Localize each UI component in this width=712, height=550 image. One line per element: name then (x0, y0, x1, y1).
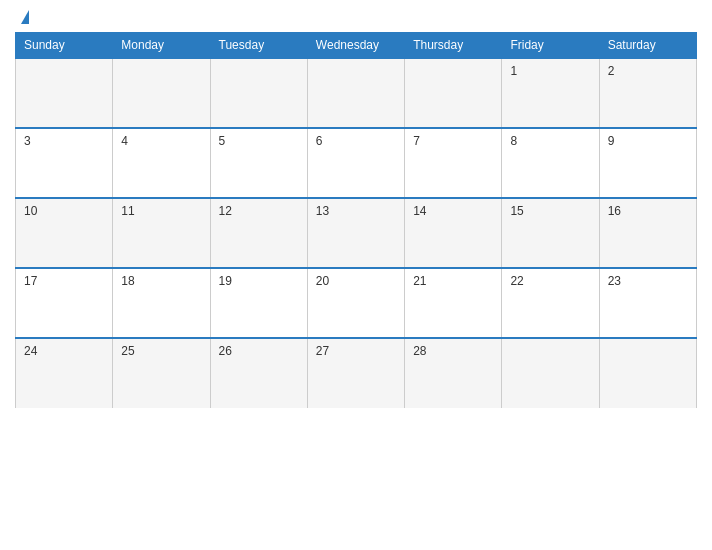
calendar-day-cell: 20 (307, 268, 404, 338)
day-number: 16 (608, 204, 621, 218)
day-number: 12 (219, 204, 232, 218)
calendar-week-row: 2425262728 (16, 338, 697, 408)
day-number: 24 (24, 344, 37, 358)
calendar-day-cell (210, 58, 307, 128)
day-number: 18 (121, 274, 134, 288)
calendar-day-cell: 4 (113, 128, 210, 198)
calendar-day-cell: 10 (16, 198, 113, 268)
calendar-day-cell: 5 (210, 128, 307, 198)
calendar-day-cell (502, 338, 599, 408)
day-number: 26 (219, 344, 232, 358)
logo-triangle-icon (21, 10, 29, 24)
calendar-day-cell: 13 (307, 198, 404, 268)
day-number: 20 (316, 274, 329, 288)
day-number: 14 (413, 204, 426, 218)
calendar-day-cell (405, 58, 502, 128)
weekday-header-friday: Friday (502, 33, 599, 59)
calendar-day-cell: 24 (16, 338, 113, 408)
calendar-week-row: 12 (16, 58, 697, 128)
calendar-day-cell: 8 (502, 128, 599, 198)
day-number: 13 (316, 204, 329, 218)
day-number: 1 (510, 64, 517, 78)
calendar-day-cell: 19 (210, 268, 307, 338)
calendar-week-row: 17181920212223 (16, 268, 697, 338)
day-number: 28 (413, 344, 426, 358)
calendar-day-cell: 27 (307, 338, 404, 408)
day-number: 7 (413, 134, 420, 148)
day-number: 15 (510, 204, 523, 218)
calendar-header (15, 10, 697, 24)
day-number: 19 (219, 274, 232, 288)
calendar-day-cell: 23 (599, 268, 696, 338)
day-number: 9 (608, 134, 615, 148)
weekday-header-sunday: Sunday (16, 33, 113, 59)
calendar-day-cell: 22 (502, 268, 599, 338)
weekday-header-wednesday: Wednesday (307, 33, 404, 59)
calendar-container: SundayMondayTuesdayWednesdayThursdayFrid… (0, 0, 712, 550)
day-number: 17 (24, 274, 37, 288)
weekday-header-monday: Monday (113, 33, 210, 59)
calendar-day-cell: 25 (113, 338, 210, 408)
calendar-day-cell: 1 (502, 58, 599, 128)
day-number: 10 (24, 204, 37, 218)
calendar-day-cell (599, 338, 696, 408)
calendar-day-cell: 21 (405, 268, 502, 338)
calendar-day-cell: 12 (210, 198, 307, 268)
calendar-week-row: 10111213141516 (16, 198, 697, 268)
day-number: 25 (121, 344, 134, 358)
calendar-day-cell: 18 (113, 268, 210, 338)
weekday-header-tuesday: Tuesday (210, 33, 307, 59)
calendar-day-cell: 3 (16, 128, 113, 198)
calendar-day-cell (16, 58, 113, 128)
calendar-day-cell: 26 (210, 338, 307, 408)
logo (20, 10, 29, 24)
day-number: 6 (316, 134, 323, 148)
day-number: 2 (608, 64, 615, 78)
calendar-day-cell: 11 (113, 198, 210, 268)
weekday-header-row: SundayMondayTuesdayWednesdayThursdayFrid… (16, 33, 697, 59)
day-number: 22 (510, 274, 523, 288)
calendar-day-cell: 14 (405, 198, 502, 268)
day-number: 4 (121, 134, 128, 148)
day-number: 8 (510, 134, 517, 148)
day-number: 11 (121, 204, 134, 218)
calendar-table: SundayMondayTuesdayWednesdayThursdayFrid… (15, 32, 697, 408)
day-number: 21 (413, 274, 426, 288)
calendar-day-cell: 9 (599, 128, 696, 198)
day-number: 5 (219, 134, 226, 148)
calendar-day-cell: 7 (405, 128, 502, 198)
calendar-day-cell: 28 (405, 338, 502, 408)
calendar-day-cell: 2 (599, 58, 696, 128)
day-number: 3 (24, 134, 31, 148)
calendar-day-cell: 17 (16, 268, 113, 338)
calendar-week-row: 3456789 (16, 128, 697, 198)
calendar-day-cell (113, 58, 210, 128)
calendar-day-cell: 15 (502, 198, 599, 268)
weekday-header-saturday: Saturday (599, 33, 696, 59)
calendar-day-cell (307, 58, 404, 128)
weekday-header-thursday: Thursday (405, 33, 502, 59)
calendar-day-cell: 16 (599, 198, 696, 268)
day-number: 27 (316, 344, 329, 358)
day-number: 23 (608, 274, 621, 288)
calendar-day-cell: 6 (307, 128, 404, 198)
